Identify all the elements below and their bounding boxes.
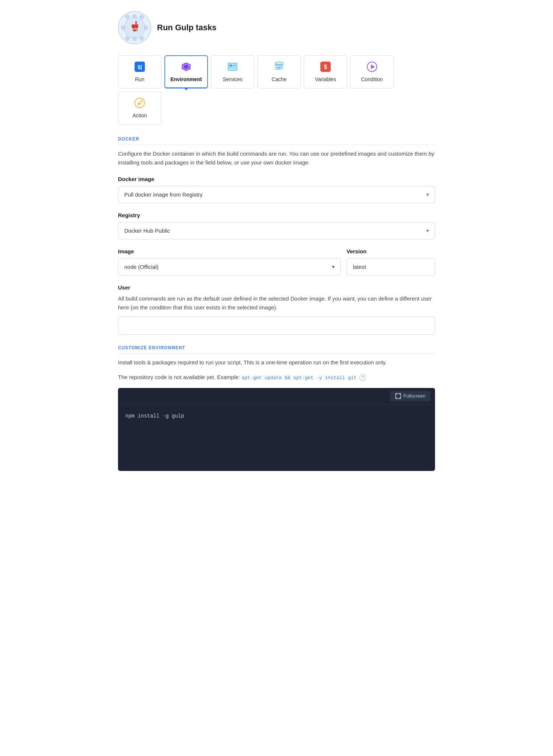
tab-run[interactable]: $| Run <box>118 55 161 89</box>
tab-variables-label: Variables <box>315 76 336 82</box>
user-input[interactable] <box>118 316 435 335</box>
docker-section: DOCKER Configure the Docker container in… <box>118 136 435 335</box>
fullscreen-button[interactable]: Fullscreen <box>390 391 431 401</box>
svg-rect-20 <box>233 65 236 67</box>
tab-run-label: Run <box>135 76 145 82</box>
customize-section: CUSTOMIZE ENVIRONMENT Install tools & pa… <box>118 345 435 471</box>
code-editor-body[interactable]: npm install -g gulp <box>118 405 435 471</box>
tab-variables[interactable]: $ Variables <box>304 55 347 89</box>
condition-icon <box>367 62 377 73</box>
cache-icon <box>274 62 284 73</box>
customize-section-title: CUSTOMIZE ENVIRONMENT <box>118 345 435 354</box>
environment-icon <box>181 62 191 73</box>
image-version-row: Image node (Official) ubuntu python ruby… <box>118 248 435 275</box>
variables-icon: $ <box>320 62 331 73</box>
svg-rect-4 <box>122 26 125 30</box>
version-label: Version <box>347 248 435 254</box>
run-icon: $| <box>135 62 145 73</box>
tab-action[interactable]: Action <box>118 91 161 125</box>
svg-text:$|: $| <box>138 64 142 70</box>
svg-rect-2 <box>133 37 136 41</box>
registry-wrapper: Docker Hub Public Docker Hub Private Ama… <box>118 222 435 239</box>
docker-description: Configure the Docker container in which … <box>118 149 435 167</box>
tab-environment[interactable]: Environment <box>164 55 208 89</box>
svg-text:gulp: gulp <box>131 27 138 31</box>
svg-marker-29 <box>371 65 375 69</box>
docker-section-title: DOCKER <box>118 136 435 145</box>
svg-rect-24 <box>276 67 282 68</box>
tab-services[interactable]: Services <box>211 55 254 89</box>
svg-text:$: $ <box>324 64 327 70</box>
svg-rect-1 <box>133 15 136 18</box>
registry-label: Registry <box>118 212 435 218</box>
svg-rect-3 <box>144 26 147 30</box>
version-input[interactable] <box>347 258 435 275</box>
customize-description-2: The repository code is not available yet… <box>118 373 435 382</box>
tab-cache[interactable]: Cache <box>257 55 301 89</box>
code-editor-toolbar: Fullscreen <box>118 388 435 405</box>
logo-circle: gulp <box>118 11 151 44</box>
svg-rect-21 <box>229 68 236 69</box>
tabs-container: $| Run Environment Services <box>118 55 435 125</box>
user-label: User <box>118 284 435 291</box>
help-icon[interactable]: ? <box>359 374 366 381</box>
fullscreen-label: Fullscreen <box>403 393 425 399</box>
logo-icon: gulp <box>120 13 149 42</box>
code-line: npm install -g gulp <box>125 412 428 420</box>
svg-point-31 <box>138 103 140 105</box>
image-label: Image <box>118 248 341 254</box>
image-select[interactable]: node (Official) ubuntu python ruby php <box>118 258 341 275</box>
tab-condition[interactable]: Condition <box>350 55 394 89</box>
user-description: All build commands are run as the defaul… <box>118 294 435 312</box>
image-select-wrapper: node (Official) ubuntu python ruby php ▼ <box>118 258 341 275</box>
tab-environment-label: Environment <box>170 76 202 82</box>
page-header: gulp Run Gulp tasks <box>118 11 435 44</box>
tab-services-label: Services <box>223 76 243 82</box>
docker-image-select[interactable]: Pull docker image from Registry Use own … <box>118 186 435 203</box>
tab-condition-label: Condition <box>361 76 383 82</box>
code-example: apt-get update && apt-get -y install git <box>241 375 357 381</box>
svg-rect-19 <box>229 65 232 67</box>
docker-image-label: Docker image <box>118 176 435 182</box>
version-column: Version <box>347 248 435 275</box>
services-icon <box>227 62 238 73</box>
fullscreen-icon <box>395 393 401 399</box>
customize-description-1: Install tools & packages required to run… <box>118 358 435 367</box>
svg-rect-23 <box>275 64 283 66</box>
tab-action-label: Action <box>133 112 147 118</box>
registry-select[interactable]: Docker Hub Public Docker Hub Private Ama… <box>118 222 435 239</box>
svg-rect-25 <box>276 69 280 69</box>
svg-rect-17 <box>228 63 237 70</box>
image-column: Image node (Official) ubuntu python ruby… <box>118 248 341 275</box>
tab-cache-label: Cache <box>272 76 286 82</box>
docker-image-wrapper: Pull docker image from Registry Use own … <box>118 186 435 203</box>
code-editor: Fullscreen npm install -g gulp <box>118 388 435 471</box>
user-section: User All build commands are run as the d… <box>118 284 435 335</box>
page-title: Run Gulp tasks <box>157 23 216 32</box>
action-icon <box>135 98 145 110</box>
